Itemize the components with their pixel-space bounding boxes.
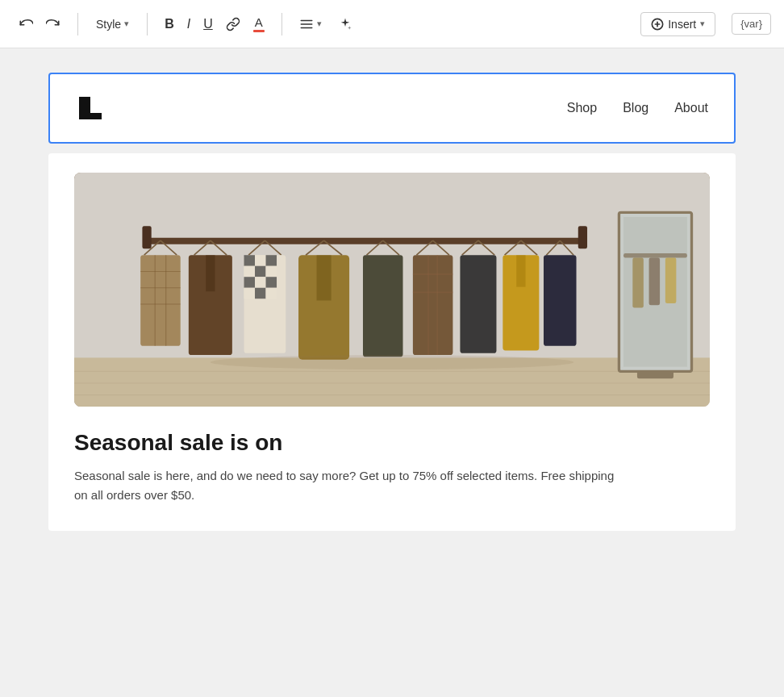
svg-rect-74	[637, 371, 673, 378]
svg-rect-16	[578, 226, 587, 248]
svg-rect-36	[255, 266, 266, 278]
italic-button[interactable]: I	[181, 13, 196, 35]
redo-button[interactable]	[40, 13, 66, 35]
divider-2	[147, 13, 148, 35]
insert-label: Insert	[668, 18, 696, 31]
svg-rect-47	[317, 255, 332, 300]
underline-button[interactable]: U	[198, 13, 219, 35]
svg-rect-34	[266, 255, 277, 266]
svg-rect-37	[266, 266, 277, 278]
sale-title: Seasonal sale is on	[74, 429, 710, 457]
svg-rect-67	[544, 255, 577, 346]
svg-rect-35	[244, 266, 256, 278]
align-arrow: ▾	[317, 19, 322, 29]
svg-rect-33	[255, 255, 266, 266]
nav-about-link[interactable]: About	[674, 101, 708, 115]
svg-rect-71	[632, 258, 644, 308]
var-badge[interactable]: {var}	[732, 13, 771, 35]
divider-1	[77, 13, 78, 35]
svg-rect-53	[413, 255, 453, 355]
sale-description: Seasonal sale is here, and do we need to…	[74, 466, 623, 505]
svg-rect-32	[244, 255, 256, 266]
svg-rect-28	[206, 255, 215, 291]
insert-dropdown-button[interactable]: Insert ▾	[640, 12, 715, 36]
svg-rect-60	[460, 255, 496, 353]
nav-block[interactable]: Shop Blog About	[48, 73, 736, 144]
divider-3	[281, 13, 282, 35]
style-dropdown-button[interactable]: Style ▾	[90, 14, 136, 35]
hero-image	[74, 173, 710, 407]
formatting-group: B I U A	[159, 11, 270, 36]
svg-rect-64	[516, 255, 525, 286]
sparkle-button[interactable]	[332, 13, 358, 35]
svg-rect-39	[255, 277, 266, 288]
svg-rect-7	[79, 113, 102, 119]
svg-point-75	[211, 355, 573, 369]
svg-rect-70	[623, 253, 687, 258]
text-color-button[interactable]: A	[248, 11, 270, 36]
svg-rect-73	[665, 258, 677, 303]
insert-arrow: ▾	[700, 19, 705, 29]
style-label: Style	[96, 18, 121, 31]
nav-links: Shop Blog About	[567, 101, 708, 115]
svg-rect-41	[244, 288, 256, 299]
svg-rect-40	[266, 277, 277, 288]
content-area: Shop Blog About	[0, 48, 784, 697]
nav-shop-link[interactable]: Shop	[567, 101, 597, 115]
nav-blog-link[interactable]: Blog	[623, 101, 648, 115]
svg-rect-72	[649, 258, 661, 306]
text-color-bar	[253, 30, 265, 32]
bold-button[interactable]: B	[159, 13, 180, 35]
svg-rect-19	[140, 255, 181, 346]
svg-rect-50	[363, 255, 403, 357]
link-button[interactable]	[220, 13, 246, 35]
align-dropdown-button[interactable]: ▾	[294, 13, 327, 35]
content-block: Seasonal sale is on Seasonal sale is her…	[48, 153, 736, 531]
undo-button[interactable]	[13, 13, 39, 35]
logo-mark	[76, 94, 105, 123]
svg-rect-15	[142, 226, 151, 248]
svg-rect-43	[266, 288, 277, 299]
style-arrow: ▾	[124, 19, 129, 29]
svg-rect-42	[255, 288, 266, 299]
toolbar: Style ▾ B I U A ▾ Insert	[0, 0, 784, 48]
svg-rect-38	[244, 277, 256, 288]
undo-redo-group	[13, 13, 66, 35]
